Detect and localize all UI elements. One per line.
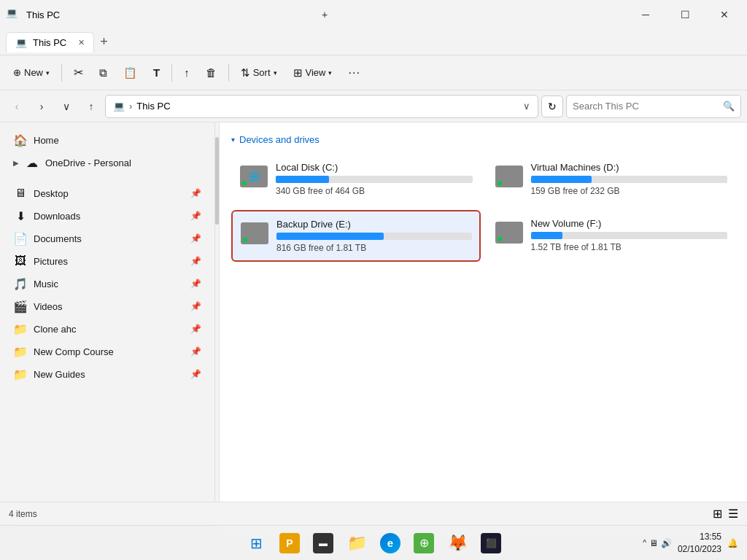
sidebar-item-clone-ahc[interactable]: 📁 Clone ahc 📌 bbox=[4, 318, 210, 340]
window-icon: 💻 bbox=[6, 7, 20, 22]
paste-button[interactable]: 📋 bbox=[116, 62, 144, 84]
sidebar-item-label: Documents bbox=[34, 233, 185, 244]
rename-button[interactable]: T bbox=[146, 62, 167, 83]
drive-info-e: Backup Drive (E:) 816 GB free of 1.81 TB bbox=[276, 219, 472, 253]
separator-2 bbox=[171, 64, 172, 82]
notification-icon[interactable]: 🔔 bbox=[727, 538, 738, 548]
drive-icon-e bbox=[240, 219, 269, 248]
drive-free-e: 816 GB free of 1.81 TB bbox=[276, 243, 472, 253]
expand-button[interactable]: ∨ bbox=[55, 96, 77, 117]
drive-bar-f bbox=[531, 232, 728, 239]
new-label: New bbox=[24, 67, 43, 78]
delete-icon: 🗑 bbox=[206, 66, 217, 79]
taskbar-terminal-icon[interactable]: ▬ bbox=[307, 527, 339, 559]
volume-icon[interactable]: 🔊 bbox=[661, 538, 672, 548]
drive-info-c: Local Disk (C:) 340 GB free of 464 GB bbox=[276, 162, 473, 196]
onedrive-icon: ☁ bbox=[25, 155, 39, 170]
scrollbar-thumb[interactable] bbox=[215, 137, 219, 225]
drive-virtual-d[interactable]: Virtual Machines (D:) 159 GB free of 232… bbox=[487, 154, 736, 204]
cmd-icon: ⬛ bbox=[481, 533, 501, 553]
new-chevron-icon: ▾ bbox=[46, 69, 50, 77]
pin-icon: 📌 bbox=[190, 346, 201, 357]
cut-button[interactable]: ✂ bbox=[66, 61, 90, 84]
sort-button[interactable]: ⇅ Sort ▾ bbox=[233, 62, 285, 84]
close-button[interactable]: ✕ bbox=[708, 3, 741, 26]
tab-close-icon[interactable]: ✕ bbox=[78, 38, 85, 47]
tab-bar: 💻 This PC ✕ + bbox=[0, 29, 747, 55]
view-grid-button[interactable]: ☰ bbox=[728, 507, 738, 521]
this-pc-tab[interactable]: 💻 This PC ✕ bbox=[6, 32, 94, 52]
sidebar-item-home[interactable]: 🏠 Home bbox=[4, 129, 210, 151]
copy-button[interactable]: ⧉ bbox=[92, 62, 115, 84]
new-icon: ⊕ bbox=[13, 67, 21, 78]
drive-info-f: New Volume (F:) 1.52 TB free of 1.81 TB bbox=[531, 218, 728, 252]
downloads-icon: ⬇ bbox=[13, 209, 28, 223]
refresh-button[interactable]: ↻ bbox=[541, 96, 563, 117]
sidebar-item-music[interactable]: 🎵 Music 📌 bbox=[4, 273, 210, 295]
view-button[interactable]: ⊞ View ▾ bbox=[286, 62, 340, 84]
sidebar-item-label: Downloads bbox=[34, 211, 185, 222]
drive-backup-e[interactable]: Backup Drive (E:) 816 GB free of 1.81 TB bbox=[231, 210, 481, 262]
taskbar-clock[interactable]: 13:55 02/10/2023 bbox=[678, 531, 721, 556]
section-chevron-icon: ▾ bbox=[231, 136, 235, 144]
documents-icon: 📄 bbox=[13, 231, 28, 246]
search-box[interactable]: 🔍 bbox=[566, 95, 741, 118]
view-chevron-icon: ▾ bbox=[328, 69, 332, 77]
taskbar-firefox-icon[interactable]: 🦊 bbox=[441, 527, 473, 559]
drive-free-f: 1.52 TB free of 1.81 TB bbox=[531, 242, 728, 252]
minimize-button[interactable]: ─ bbox=[629, 3, 662, 26]
main-area: 🏠 Home ▶ ☁ OneDrive - Personal 🖥 Desktop… bbox=[0, 122, 747, 537]
sidebar-item-downloads[interactable]: ⬇ Downloads 📌 bbox=[4, 205, 210, 227]
more-button[interactable]: ··· bbox=[341, 62, 367, 84]
taskbar-cmd-icon[interactable]: ⬛ bbox=[475, 527, 507, 559]
taskbar-explorer-icon[interactable]: 📁 bbox=[341, 527, 373, 559]
new-tab-button[interactable]: + bbox=[94, 34, 114, 50]
search-icon: 🔍 bbox=[723, 101, 735, 112]
folder-icon: 📁 bbox=[13, 322, 28, 336]
taskbar-pro-icon[interactable]: P bbox=[274, 527, 306, 559]
sidebar-item-desktop[interactable]: 🖥 Desktop 📌 bbox=[4, 182, 210, 204]
address-box[interactable]: 💻 › This PC ∨ bbox=[105, 95, 538, 118]
sidebar-item-pictures[interactable]: 🖼 Pictures 📌 bbox=[4, 250, 210, 272]
drive-info-d: Virtual Machines (D:) 159 GB free of 232… bbox=[531, 162, 728, 196]
item-count: 4 items bbox=[9, 509, 37, 519]
sort-label: Sort bbox=[253, 67, 271, 78]
taskbar: ⊞ P ▬ 📁 e ⊕ 🦊 ⬛ ^ 🖥 bbox=[0, 525, 747, 560]
sidebar-item-documents[interactable]: 📄 Documents 📌 bbox=[4, 228, 210, 249]
forward-button[interactable]: › bbox=[31, 96, 53, 117]
pin-icon: 📌 bbox=[190, 188, 201, 198]
sidebar-item-new-guides[interactable]: 📁 New Guides 📌 bbox=[4, 363, 210, 385]
taskbar-xbox-icon[interactable]: ⊕ bbox=[408, 527, 440, 559]
add-tab-button[interactable]: + bbox=[308, 3, 341, 26]
explorer-icon: 📁 bbox=[347, 534, 367, 553]
sidebar-item-label: Music bbox=[34, 279, 185, 289]
taskbar-right: ^ 🖥 🔊 13:55 02/10/2023 🔔 bbox=[643, 531, 738, 556]
back-button[interactable]: ‹ bbox=[6, 96, 28, 117]
new-button[interactable]: ⊕ New ▾ bbox=[6, 63, 57, 82]
share-button[interactable]: ↑ bbox=[177, 62, 197, 83]
sidebar-item-onedrive[interactable]: ▶ ☁ OneDrive - Personal bbox=[4, 152, 210, 174]
drive-new-f[interactable]: New Volume (F:) 1.52 TB free of 1.81 TB bbox=[487, 210, 736, 262]
taskbar-edge-icon[interactable]: e bbox=[374, 527, 406, 559]
sidebar-item-new-comp-course[interactable]: 📁 New Comp Course 📌 bbox=[4, 341, 210, 362]
delete-button[interactable]: 🗑 bbox=[198, 62, 224, 83]
sort-chevron-icon: ▾ bbox=[274, 69, 277, 77]
taskbar-start-button[interactable]: ⊞ bbox=[240, 527, 272, 559]
drive-name-d: Virtual Machines (D:) bbox=[531, 162, 728, 173]
search-input[interactable] bbox=[573, 101, 719, 112]
sidebar-item-label: OneDrive - Personal bbox=[45, 158, 201, 168]
view-list-button[interactable]: ⊞ bbox=[713, 507, 722, 521]
pin-icon: 📌 bbox=[190, 256, 201, 266]
sidebar-scrollbar[interactable] bbox=[215, 122, 220, 537]
tab-label: This PC bbox=[33, 37, 66, 48]
maximize-button[interactable]: ☐ bbox=[668, 3, 702, 26]
drive-name-f: New Volume (F:) bbox=[531, 218, 728, 229]
chevron-up-icon[interactable]: ^ bbox=[643, 539, 646, 547]
drive-icon-d bbox=[495, 162, 524, 191]
address-chevron-icon: ∨ bbox=[523, 101, 530, 112]
up-button[interactable]: ↑ bbox=[80, 96, 102, 117]
sidebar-item-videos[interactable]: 🎬 Videos 📌 bbox=[4, 295, 210, 317]
xbox-icon: ⊕ bbox=[414, 533, 434, 553]
paste-icon: 📋 bbox=[123, 66, 137, 79]
drive-local-c[interactable]: ⊞ Local Disk (C:) 340 GB free of 464 GB bbox=[231, 154, 481, 204]
